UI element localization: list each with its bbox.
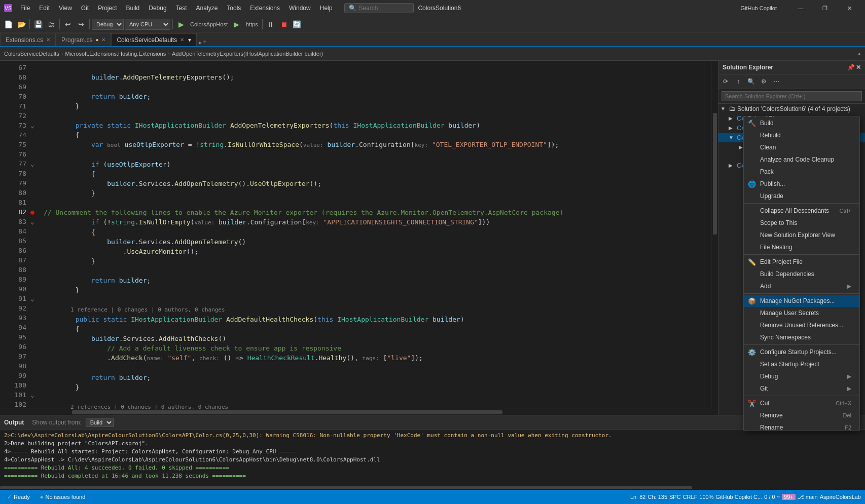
status-copilot[interactable]: GitHub Copilot C... [716, 494, 763, 500]
status-no-issues[interactable]: ● No issues found [37, 494, 89, 500]
tab-colorsservice-options[interactable]: ▾ [188, 36, 191, 44]
se-btn5[interactable]: ⋯ [770, 75, 782, 88]
toolbar-start[interactable]: ▶ [175, 18, 187, 30]
menu-analyze[interactable]: Analyze [192, 3, 222, 14]
close-button[interactable]: ✕ [838, 0, 861, 16]
cm-cut[interactable]: ✂️CutCtrl+X [744, 397, 859, 409]
se-btn1[interactable]: ⟳ [719, 75, 732, 88]
cm-clean[interactable]: Clean [744, 141, 859, 153]
breadcrumb-toggle[interactable]: ▴ [858, 50, 861, 57]
breadcrumb-namespace[interactable]: Microsoft.Extensions.Hosting.Extensions [65, 51, 166, 57]
cm-build-deps[interactable]: Build Dependencies [744, 268, 859, 280]
toolbar-pause[interactable]: ⏸ [265, 18, 277, 30]
menu-extensions[interactable]: Extensions [246, 3, 284, 14]
toolbar-stop[interactable]: ⏹ [278, 18, 290, 30]
menu-test[interactable]: Test [172, 3, 191, 14]
tree-solution[interactable]: ▼ 🗂 Solution 'ColorsSolution6' (4 of 4 p… [718, 104, 865, 113]
se-search-input[interactable] [722, 91, 862, 101]
menu-edit[interactable]: Edit [35, 3, 54, 14]
search-box[interactable]: 🔍 [344, 3, 414, 13]
colorsapi-arrow[interactable]: ▶ [729, 115, 735, 121]
toolbar-start2[interactable]: ▶ [231, 18, 243, 30]
maximize-button[interactable]: ❐ [813, 0, 837, 16]
output-scrollbar-thumb[interactable] [0, 486, 692, 489]
cm-add[interactable]: Add▶ [744, 280, 859, 292]
se-btn2[interactable]: ↑ [732, 75, 744, 88]
cm-sync-ns[interactable]: Sync Namespaces [744, 331, 859, 343]
menu-help[interactable]: Help [316, 3, 337, 14]
toolbar-open[interactable]: 📂 [15, 18, 27, 30]
cm-debug[interactable]: Debug▶ [744, 370, 859, 382]
menu-file[interactable]: File [16, 3, 34, 14]
tab-colorsservice-close[interactable]: ✕ [180, 37, 184, 43]
colorssd-arrow[interactable]: ▼ [729, 135, 735, 140]
toolbar-restart[interactable]: 🔄 [291, 18, 303, 30]
status-ready[interactable]: ✓ Ready [4, 494, 33, 500]
menu-view[interactable]: View [55, 3, 76, 14]
cm-git[interactable]: Git▶ [744, 382, 859, 395]
menu-debug[interactable]: Debug [145, 3, 170, 14]
cm-rename[interactable]: RenameF2 [744, 421, 859, 431]
tab-extensions[interactable]: Extensions.cs ✕ [0, 33, 56, 46]
editor-scrollbar[interactable] [711, 61, 718, 409]
se-pin-button[interactable]: 📌 [847, 64, 855, 71]
cm-upgrade[interactable]: Upgrade [744, 190, 859, 202]
cm-analyze[interactable]: Analyze and Code Cleanup [744, 153, 859, 166]
status-branch[interactable]: ⎇ main [798, 494, 818, 500]
toolbar-redo[interactable]: ↪ [75, 18, 87, 30]
output-source-select[interactable]: Build [86, 418, 114, 427]
menu-tools[interactable]: Tools [223, 3, 245, 14]
colorsapphost-arrow[interactable]: ▶ [729, 125, 735, 131]
cm-pack[interactable]: Pack [744, 166, 859, 178]
cm-remove-unused[interactable]: Remove Unused References... [744, 319, 859, 331]
cm-publish[interactable]: 🌐Publish... [744, 178, 859, 190]
code-editor[interactable]: 676869707172 737475767778 798081 82 8384… [0, 61, 718, 415]
cm-user-secrets[interactable]: Manage User Secrets [744, 307, 859, 319]
se-btn3[interactable]: 🔍 [745, 75, 757, 88]
breadcrumb-method[interactable]: AddOpenTelemetryExporters(IHostApplicati… [172, 51, 323, 57]
tab-program-close[interactable]: ✕ [101, 37, 105, 43]
menu-window[interactable]: Window [285, 3, 315, 14]
toolbar-save[interactable]: 💾 [32, 18, 44, 30]
cm-remove[interactable]: RemoveDel [744, 409, 859, 421]
output-content[interactable]: 2>C:\dev\AspireColorsLab\AspireColourSol… [0, 430, 865, 485]
menu-project[interactable]: Project [94, 3, 121, 14]
output-scrollbar[interactable] [0, 485, 865, 490]
tab-new[interactable]: ＋ [202, 37, 208, 46]
colorsw-arrow[interactable]: ▶ [729, 163, 735, 168]
config-select[interactable]: Debug [92, 19, 124, 30]
cm-build[interactable]: 🔨Build [744, 117, 859, 129]
toolbar-undo[interactable]: ↩ [62, 18, 74, 30]
status-ch[interactable]: Ch: 135 [647, 494, 667, 500]
status-repo[interactable]: AspireColorsLab [820, 494, 861, 500]
tab-colorsservice[interactable]: ColorsServiceDefaults ✕ ▾ [111, 33, 197, 46]
solution-expand-arrow[interactable]: ▼ [720, 106, 727, 111]
status-crlf[interactable]: CRLF [683, 494, 698, 500]
menu-git[interactable]: Git [77, 3, 93, 14]
cm-edit-project[interactable]: ✏️Edit Project File [744, 256, 859, 268]
breadcrumb-file[interactable]: ColorsServiceDefaults [4, 51, 59, 57]
tab-extensions-close[interactable]: ✕ [46, 37, 50, 43]
cm-scope[interactable]: Scope to This [744, 217, 859, 229]
cm-nuget[interactable]: 📦Manage NuGet Packages... [744, 295, 859, 307]
cm-configure-startup[interactable]: ⚙️Configure Startup Projects... [744, 346, 859, 358]
se-btn4[interactable]: ⚙ [758, 75, 770, 88]
cm-new-se-view[interactable]: New Solution Explorer View [744, 229, 859, 241]
menu-build[interactable]: Build [122, 3, 144, 14]
code-content[interactable]: builder.AddOpenTelemetryExporters(); ret… [40, 61, 711, 409]
search-input[interactable] [358, 5, 409, 12]
status-indicator[interactable]: 99+ [782, 494, 796, 500]
status-zoom[interactable]: 100% [699, 494, 713, 500]
toolbar-new[interactable]: 📄 [2, 18, 14, 30]
status-errors[interactable]: 0 / 0 ~ [764, 494, 780, 500]
status-ln[interactable]: Ln: 82 [630, 494, 646, 500]
toolbar-save-all[interactable]: 🗂 [45, 18, 57, 30]
minimize-button[interactable]: — [789, 0, 812, 16]
cm-rebuild[interactable]: Rebuild [744, 129, 859, 141]
platform-select[interactable]: Any CPU [125, 19, 170, 30]
cm-collapse[interactable]: Collapse All DescendantsCtrl+ [744, 205, 859, 217]
cm-set-startup[interactable]: Set as Startup Project [744, 358, 859, 370]
cm-file-nesting[interactable]: File Nesting [744, 241, 859, 253]
se-close-button[interactable]: ✕ [856, 64, 861, 71]
horizontal-scrollbar[interactable] [0, 409, 718, 415]
